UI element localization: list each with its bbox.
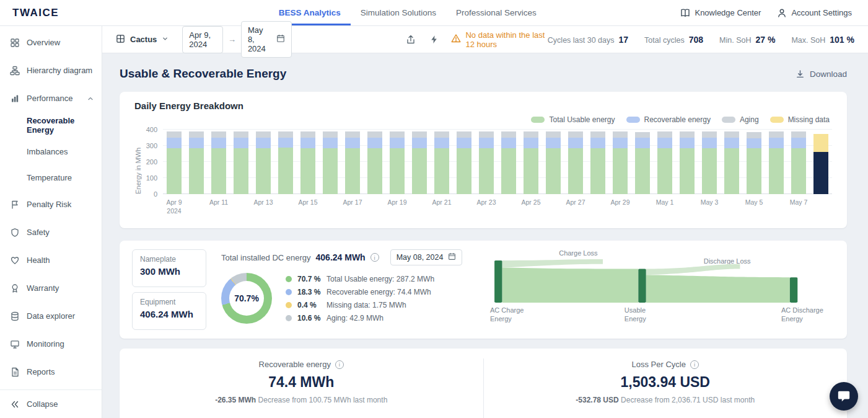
bar-apr-27[interactable]	[564, 130, 587, 194]
stat-value: 101 %	[830, 35, 854, 45]
bar-segment	[390, 138, 404, 148]
donut-legend-item-total-usable[interactable]: 70.7 % Total Usable energy: 287.2 MWh	[286, 275, 434, 283]
hierarchy-icon	[10, 66, 20, 76]
sidebar-item-safety[interactable]: Safety	[0, 218, 102, 246]
sidebar-item-imbalances[interactable]: Imbalances	[0, 138, 102, 164]
bar-may-4[interactable]	[721, 130, 743, 194]
bar-apr-10[interactable]	[185, 130, 208, 194]
info-icon[interactable]: i	[370, 253, 379, 262]
knowledge-center-button[interactable]: Knowledge Center	[674, 0, 767, 25]
bar-apr-29[interactable]	[609, 130, 631, 194]
sidebar-item-data-explorer[interactable]: Data explorer	[0, 302, 102, 330]
donut-legend-item-recoverable[interactable]: 18.3 % Recoverable energy: 74.4 MWh	[286, 288, 434, 296]
bar-segment	[323, 131, 337, 138]
tab-simulation-solutions[interactable]: Simulation Solutions	[351, 0, 446, 25]
bar-apr-20[interactable]	[408, 130, 431, 194]
x-tick-label: Apr 17	[341, 198, 364, 215]
bar-may-1[interactable]	[654, 130, 676, 194]
metric-title-row: Loss Per Cycle i	[632, 360, 699, 369]
bar-apr-14[interactable]	[274, 130, 297, 194]
sidebar-collapse-button[interactable]: Collapse	[0, 389, 102, 418]
bar-apr-21[interactable]	[431, 130, 453, 194]
donut-legend-item-aging[interactable]: 10.6 % Aging: 42.9 MWh	[286, 314, 434, 322]
bar-apr-17[interactable]	[341, 130, 364, 194]
metric-delta: -26.35 MWh Decrease from 100.75 MWh last…	[215, 396, 387, 404]
date-from-input[interactable]: Apr 9, 2024	[182, 26, 223, 53]
sidebar-item-hierarchy-diagram[interactable]: Hierarchy diagram	[0, 56, 102, 84]
bar-may-6[interactable]	[765, 130, 787, 194]
sidebar-item-warranty[interactable]: Warranty	[0, 274, 102, 302]
bar-apr-24[interactable]	[498, 130, 520, 194]
bar-may-8[interactable]	[810, 130, 832, 194]
equipment-value: 406.24 MWh	[140, 309, 198, 319]
legend-item-missing-data[interactable]: Missing data	[770, 115, 830, 124]
sidebar-item-monitoring[interactable]: Monitoring	[0, 330, 102, 358]
bar-segment	[635, 138, 649, 148]
account-settings-button[interactable]: Account Settings	[771, 0, 858, 25]
bar-apr-25[interactable]	[520, 130, 542, 194]
metrics-card: Recoverable energy i 74.4 MWh -26.35 MWh…	[120, 349, 847, 418]
bar-segment	[167, 138, 181, 148]
share-button[interactable]	[403, 32, 418, 47]
quick-actions-button[interactable]	[427, 32, 441, 47]
bar-segment	[323, 148, 337, 194]
bar-apr-15[interactable]	[297, 130, 319, 194]
info-icon[interactable]: i	[690, 360, 699, 369]
daily-energy-breakdown-card: Daily Energy Breakdown Total Usable ener…	[120, 92, 847, 228]
y-tick-label: 100	[146, 174, 157, 182]
bar-apr-12[interactable]	[230, 130, 252, 194]
bar-segment	[657, 148, 672, 194]
sidebar-item-performance[interactable]: Performance	[0, 84, 102, 112]
tab-professional-services[interactable]: Professional Services	[446, 0, 546, 25]
sidebar-item-reports[interactable]: Reports	[0, 358, 102, 386]
site-icon	[116, 34, 125, 45]
sidebar-item-temperature[interactable]: Temperature	[0, 164, 102, 190]
bar-apr-9[interactable]	[163, 130, 185, 194]
bar-apr-18[interactable]	[364, 130, 386, 194]
bar-apr-16[interactable]	[319, 130, 341, 194]
bar-may-5[interactable]	[743, 130, 765, 194]
bar-segment	[590, 131, 605, 138]
twaice-logo[interactable]: TWAICE	[0, 0, 102, 25]
bar-segment	[367, 131, 382, 138]
bar-segment	[769, 148, 783, 194]
bar-apr-19[interactable]	[386, 130, 408, 194]
bar-apr-11[interactable]	[208, 130, 230, 194]
sidebar-item-recoverable-energy[interactable]: Recoverable Energy	[0, 112, 102, 138]
day-date-picker[interactable]: May 08, 2024	[390, 249, 463, 265]
body-row: Overview Hierarchy diagram Performance R…	[0, 26, 868, 418]
legend-item-aging[interactable]: Aging	[722, 115, 759, 124]
main-column: Cactus Apr 9, 2024 → May 8, 2024	[102, 26, 868, 418]
x-tick-label	[274, 198, 297, 215]
sankey-charge-loss-label: Charge Loss	[559, 249, 597, 258]
bar-apr-26[interactable]	[542, 130, 564, 194]
date-to-input[interactable]: May 8, 2024	[241, 21, 292, 58]
legend-item-total-usable[interactable]: Total Usable energy	[531, 115, 615, 124]
stat-value: 27 %	[755, 35, 775, 45]
card-title: Daily Energy Breakdown	[134, 100, 832, 111]
main-tabs: BESS Analytics Simulation Solutions Prof…	[269, 0, 546, 25]
site-selector[interactable]: Cactus	[111, 30, 173, 49]
bar-apr-30[interactable]	[631, 130, 654, 194]
chat-button[interactable]	[830, 382, 858, 411]
info-icon[interactable]: i	[335, 360, 344, 369]
download-button[interactable]: Download	[796, 69, 847, 79]
bar-may-2[interactable]	[676, 130, 698, 194]
donut-legend-item-missing-data[interactable]: 0.4 % Missing data: 1.75 MWh	[286, 301, 434, 309]
sidebar-item-health[interactable]: Health	[0, 246, 102, 274]
sidebar-item-overview[interactable]: Overview	[0, 29, 102, 56]
x-tick-label	[408, 198, 431, 215]
bar-segment	[680, 148, 694, 194]
legend-item-recoverable[interactable]: Recoverable energy	[626, 115, 711, 124]
bar-segment	[300, 131, 315, 138]
bar-may-7[interactable]	[787, 130, 810, 194]
bar-apr-23[interactable]	[475, 130, 498, 194]
sidebar-item-penalty-risk[interactable]: Penalty Risk	[0, 190, 102, 218]
bar-apr-22[interactable]	[453, 130, 475, 194]
bar-segment	[702, 148, 716, 194]
warning-icon	[451, 33, 461, 45]
sidebar-label: Data explorer	[27, 311, 75, 321]
bar-may-3[interactable]	[698, 130, 721, 194]
bar-apr-13[interactable]	[252, 130, 274, 194]
bar-apr-28[interactable]	[587, 130, 609, 194]
